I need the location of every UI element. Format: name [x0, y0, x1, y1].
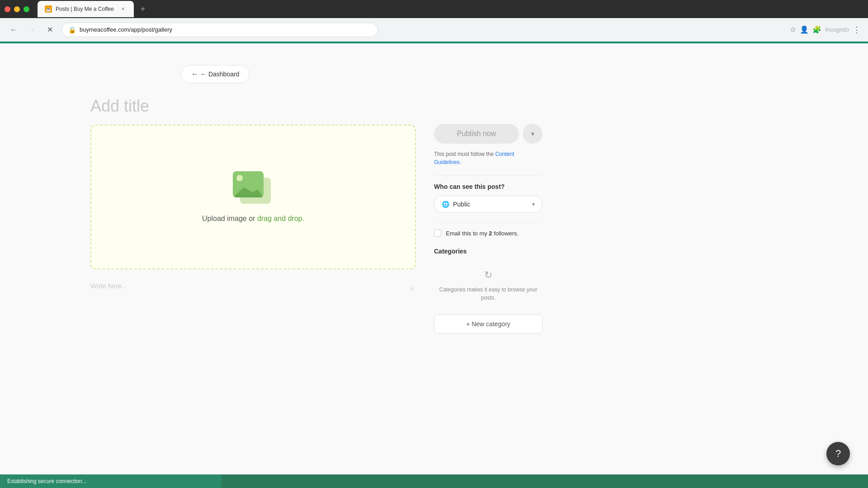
chevron-down-icon: ▾: [531, 130, 534, 137]
main-area: Add title Upload image or drag and drop.: [0, 83, 868, 347]
publish-chevron-btn[interactable]: ▾: [523, 124, 542, 144]
resize-handle-icon: ✎: [410, 286, 414, 292]
editor-area: Add title Upload image or drag and drop.: [90, 97, 416, 333]
visibility-option-label: Public: [453, 201, 528, 208]
new-category-btn[interactable]: + New category: [434, 314, 542, 333]
forward-nav-btn[interactable]: →: [25, 23, 38, 36]
visibility-chevron-icon: ▾: [532, 201, 535, 207]
divider-1: [434, 175, 542, 176]
image-upload-box[interactable]: Upload image or drag and drop.: [90, 125, 416, 269]
help-icon: ?: [835, 448, 841, 460]
email-label: Email this to my 2 followers.: [446, 230, 519, 237]
visibility-globe-icon: 🌐: [442, 201, 449, 208]
upload-image-icon: [233, 171, 274, 207]
upload-text: Upload image or drag and drop.: [202, 215, 304, 223]
new-tab-btn[interactable]: +: [137, 3, 149, 15]
active-tab[interactable]: ☕ Posts | Buy Me a Coffee ×: [38, 1, 134, 17]
content-guidelines-text: This post must follow the Content Guidel…: [434, 150, 542, 166]
reload-nav-btn[interactable]: ✕: [43, 23, 56, 36]
back-section: ← ← Dashboard: [0, 43, 868, 83]
address-bar-row: ← → ✕ 🔒 buymeacoffee.com/app/post/galler…: [0, 18, 868, 42]
categories-empty: ↻ Categories makes it easy to browse you…: [434, 262, 542, 309]
back-btn-label: ← Dashboard: [200, 70, 239, 78]
visibility-section-label: Who can see this post?: [434, 183, 542, 190]
post-title-input[interactable]: Add title: [90, 97, 416, 116]
browser-toolbar-right: ☆ 👤 🧩 Incognito ⋮: [790, 25, 861, 35]
reload-nav-icon: ✕: [47, 25, 53, 34]
window-controls: [5, 6, 29, 12]
back-nav-btn[interactable]: ←: [7, 23, 20, 36]
extensions-icon[interactable]: 🧩: [812, 25, 821, 34]
tab-bar: ☕ Posts | Buy Me a Coffee × +: [38, 1, 863, 17]
tab-title: Posts | Buy Me a Coffee: [56, 6, 114, 12]
tab-close-btn[interactable]: ×: [119, 5, 127, 13]
minimize-window-btn[interactable]: [14, 6, 20, 12]
write-placeholder[interactable]: Write here..: [90, 278, 416, 293]
sidebar-panel: Publish now ▾ This post must follow the …: [434, 97, 542, 333]
categories-section: Categories ↻ Categories makes it easy to…: [434, 248, 542, 333]
menu-icon[interactable]: ⋮: [853, 25, 861, 35]
bookmark-icon[interactable]: ☆: [790, 25, 796, 34]
divider-2: [434, 222, 542, 222]
lock-icon: 🔒: [68, 26, 76, 33]
categories-label: Categories: [434, 248, 542, 255]
close-window-btn[interactable]: [5, 6, 10, 12]
maximize-window-btn[interactable]: [24, 6, 29, 12]
browser-chrome: ☕ Posts | Buy Me a Coffee × +: [0, 0, 868, 18]
help-btn[interactable]: ?: [826, 442, 850, 465]
categories-empty-text: Categories makes it easy to browse your …: [438, 286, 539, 302]
status-text: Establishing secure connection...: [7, 478, 86, 484]
forward-nav-icon: →: [28, 26, 35, 34]
write-area[interactable]: Write here.. ✎: [90, 278, 416, 293]
tab-favicon-icon: ☕: [45, 5, 52, 13]
profile-icon[interactable]: 👤: [800, 25, 809, 34]
publish-row: Publish now ▾: [434, 124, 542, 144]
status-bar: Establishing secure connection...: [0, 474, 868, 488]
visibility-dropdown[interactable]: 🌐 Public ▾: [434, 196, 542, 213]
back-arrow-icon: ←: [191, 70, 198, 78]
incognito-label: Incognito: [825, 26, 849, 33]
address-bar[interactable]: 🔒 buymeacoffee.com/app/post/gallery: [61, 23, 378, 37]
dashboard-back-btn[interactable]: ← ← Dashboard: [181, 65, 250, 83]
address-text: buymeacoffee.com/app/post/gallery: [80, 26, 371, 33]
publish-now-btn[interactable]: Publish now: [434, 124, 519, 144]
email-checkbox[interactable]: [434, 230, 441, 237]
categories-reload-icon: ↻: [438, 269, 539, 281]
back-nav-icon: ←: [10, 26, 17, 34]
drag-drop-link[interactable]: drag and drop.: [257, 215, 304, 222]
email-checkbox-row: Email this to my 2 followers.: [434, 230, 542, 237]
